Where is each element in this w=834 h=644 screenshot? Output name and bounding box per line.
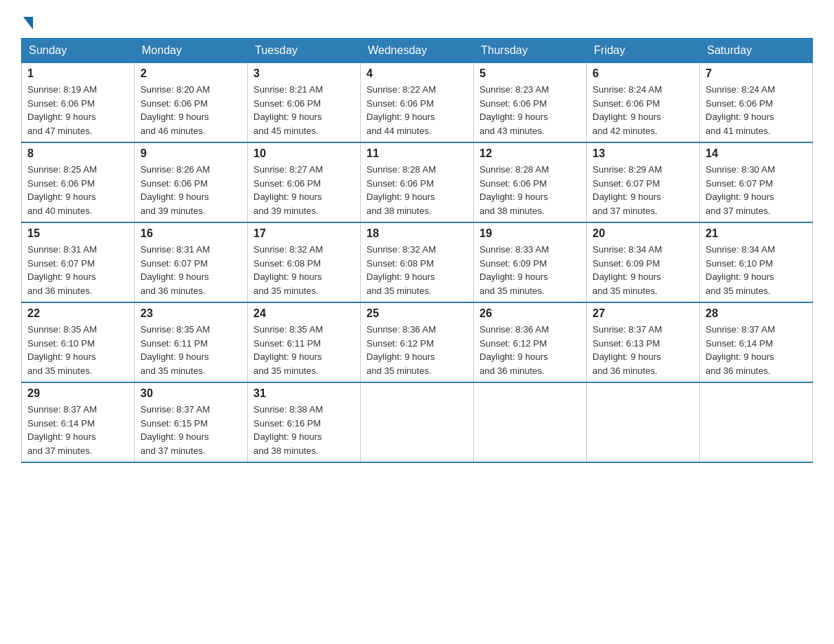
day-info: Sunrise: 8:37 AM Sunset: 6:15 PM Dayligh… — [140, 403, 241, 457]
week-row-5: 29 Sunrise: 8:37 AM Sunset: 6:14 PM Dayl… — [22, 382, 813, 462]
day-number: 17 — [253, 227, 355, 240]
calendar-header-row: SundayMondayTuesdayWednesdayThursdayFrid… — [22, 39, 813, 63]
day-info: Sunrise: 8:31 AM Sunset: 6:07 PM Dayligh… — [140, 243, 241, 297]
day-number: 20 — [593, 227, 694, 240]
page-header — [21, 14, 813, 27]
col-header-friday: Friday — [587, 39, 700, 63]
day-info: Sunrise: 8:24 AM Sunset: 6:06 PM Dayligh… — [593, 83, 694, 137]
day-info: Sunrise: 8:28 AM Sunset: 6:06 PM Dayligh… — [366, 163, 468, 217]
day-info: Sunrise: 8:35 AM Sunset: 6:10 PM Dayligh… — [27, 323, 128, 377]
col-header-monday: Monday — [135, 39, 248, 63]
day-number: 16 — [140, 227, 241, 240]
calendar-cell: 27 Sunrise: 8:37 AM Sunset: 6:13 PM Dayl… — [587, 302, 700, 382]
day-number: 28 — [706, 307, 807, 320]
day-number: 31 — [253, 387, 355, 400]
calendar-cell: 12 Sunrise: 8:28 AM Sunset: 6:06 PM Dayl… — [474, 142, 587, 222]
week-row-3: 15 Sunrise: 8:31 AM Sunset: 6:07 PM Dayl… — [22, 222, 813, 302]
calendar-cell: 14 Sunrise: 8:30 AM Sunset: 6:07 PM Dayl… — [700, 142, 813, 222]
col-header-saturday: Saturday — [700, 39, 813, 63]
col-header-tuesday: Tuesday — [248, 39, 361, 63]
calendar-cell — [700, 382, 813, 462]
calendar-cell: 26 Sunrise: 8:36 AM Sunset: 6:12 PM Dayl… — [474, 302, 587, 382]
day-info: Sunrise: 8:30 AM Sunset: 6:07 PM Dayligh… — [706, 163, 807, 217]
day-number: 7 — [706, 67, 807, 80]
calendar-table: SundayMondayTuesdayWednesdayThursdayFrid… — [21, 38, 813, 463]
day-info: Sunrise: 8:36 AM Sunset: 6:12 PM Dayligh… — [366, 323, 468, 377]
day-number: 21 — [706, 227, 807, 240]
day-info: Sunrise: 8:27 AM Sunset: 6:06 PM Dayligh… — [253, 163, 355, 217]
calendar-cell: 22 Sunrise: 8:35 AM Sunset: 6:10 PM Dayl… — [22, 302, 135, 382]
day-number: 6 — [593, 67, 694, 80]
day-info: Sunrise: 8:23 AM Sunset: 6:06 PM Dayligh… — [479, 83, 581, 137]
calendar-cell: 20 Sunrise: 8:34 AM Sunset: 6:09 PM Dayl… — [587, 222, 700, 302]
day-info: Sunrise: 8:26 AM Sunset: 6:06 PM Dayligh… — [140, 163, 241, 217]
day-number: 4 — [366, 67, 468, 80]
calendar-cell: 29 Sunrise: 8:37 AM Sunset: 6:14 PM Dayl… — [22, 382, 135, 462]
col-header-sunday: Sunday — [22, 39, 135, 63]
calendar-cell: 11 Sunrise: 8:28 AM Sunset: 6:06 PM Dayl… — [361, 142, 474, 222]
calendar-cell: 23 Sunrise: 8:35 AM Sunset: 6:11 PM Dayl… — [135, 302, 248, 382]
day-info: Sunrise: 8:36 AM Sunset: 6:12 PM Dayligh… — [479, 323, 581, 377]
day-number: 2 — [140, 67, 241, 80]
calendar-cell: 17 Sunrise: 8:32 AM Sunset: 6:08 PM Dayl… — [248, 222, 361, 302]
day-info: Sunrise: 8:29 AM Sunset: 6:07 PM Dayligh… — [593, 163, 694, 217]
day-info: Sunrise: 8:22 AM Sunset: 6:06 PM Dayligh… — [366, 83, 468, 137]
calendar-cell: 19 Sunrise: 8:33 AM Sunset: 6:09 PM Dayl… — [474, 222, 587, 302]
day-info: Sunrise: 8:37 AM Sunset: 6:14 PM Dayligh… — [706, 323, 807, 377]
calendar-cell: 7 Sunrise: 8:24 AM Sunset: 6:06 PM Dayli… — [700, 63, 813, 143]
day-info: Sunrise: 8:32 AM Sunset: 6:08 PM Dayligh… — [366, 243, 468, 297]
week-row-2: 8 Sunrise: 8:25 AM Sunset: 6:06 PM Dayli… — [22, 142, 813, 222]
calendar-cell: 25 Sunrise: 8:36 AM Sunset: 6:12 PM Dayl… — [361, 302, 474, 382]
calendar-cell: 18 Sunrise: 8:32 AM Sunset: 6:08 PM Dayl… — [361, 222, 474, 302]
calendar-cell: 28 Sunrise: 8:37 AM Sunset: 6:14 PM Dayl… — [700, 302, 813, 382]
calendar-cell: 15 Sunrise: 8:31 AM Sunset: 6:07 PM Dayl… — [22, 222, 135, 302]
calendar-cell: 4 Sunrise: 8:22 AM Sunset: 6:06 PM Dayli… — [361, 63, 474, 143]
day-number: 19 — [479, 227, 581, 240]
day-info: Sunrise: 8:38 AM Sunset: 6:16 PM Dayligh… — [253, 403, 355, 457]
day-number: 1 — [27, 67, 128, 80]
calendar-cell — [474, 382, 587, 462]
calendar-cell: 21 Sunrise: 8:34 AM Sunset: 6:10 PM Dayl… — [700, 222, 813, 302]
day-number: 30 — [140, 387, 241, 400]
col-header-wednesday: Wednesday — [361, 39, 474, 63]
day-number: 12 — [479, 147, 581, 160]
calendar-cell: 9 Sunrise: 8:26 AM Sunset: 6:06 PM Dayli… — [135, 142, 248, 222]
week-row-4: 22 Sunrise: 8:35 AM Sunset: 6:10 PM Dayl… — [22, 302, 813, 382]
day-info: Sunrise: 8:21 AM Sunset: 6:06 PM Dayligh… — [253, 83, 355, 137]
calendar-cell: 2 Sunrise: 8:20 AM Sunset: 6:06 PM Dayli… — [135, 63, 248, 143]
day-number: 26 — [479, 307, 581, 320]
day-number: 29 — [27, 387, 128, 400]
calendar-cell: 5 Sunrise: 8:23 AM Sunset: 6:06 PM Dayli… — [474, 63, 587, 143]
day-number: 9 — [140, 147, 241, 160]
calendar-cell: 6 Sunrise: 8:24 AM Sunset: 6:06 PM Dayli… — [587, 63, 700, 143]
day-info: Sunrise: 8:35 AM Sunset: 6:11 PM Dayligh… — [140, 323, 241, 377]
day-info: Sunrise: 8:35 AM Sunset: 6:11 PM Dayligh… — [253, 323, 355, 377]
logo — [21, 14, 33, 27]
day-number: 3 — [253, 67, 355, 80]
day-info: Sunrise: 8:33 AM Sunset: 6:09 PM Dayligh… — [479, 243, 581, 297]
day-number: 8 — [27, 147, 128, 160]
day-info: Sunrise: 8:31 AM Sunset: 6:07 PM Dayligh… — [27, 243, 128, 297]
col-header-thursday: Thursday — [474, 39, 587, 63]
day-number: 15 — [27, 227, 128, 240]
day-number: 14 — [706, 147, 807, 160]
calendar-cell: 30 Sunrise: 8:37 AM Sunset: 6:15 PM Dayl… — [135, 382, 248, 462]
day-number: 23 — [140, 307, 241, 320]
day-info: Sunrise: 8:32 AM Sunset: 6:08 PM Dayligh… — [253, 243, 355, 297]
week-row-1: 1 Sunrise: 8:19 AM Sunset: 6:06 PM Dayli… — [22, 63, 813, 143]
day-number: 13 — [593, 147, 694, 160]
calendar-cell: 10 Sunrise: 8:27 AM Sunset: 6:06 PM Dayl… — [248, 142, 361, 222]
day-info: Sunrise: 8:28 AM Sunset: 6:06 PM Dayligh… — [479, 163, 581, 217]
calendar-cell: 8 Sunrise: 8:25 AM Sunset: 6:06 PM Dayli… — [22, 142, 135, 222]
calendar-cell: 13 Sunrise: 8:29 AM Sunset: 6:07 PM Dayl… — [587, 142, 700, 222]
day-number: 11 — [366, 147, 468, 160]
day-info: Sunrise: 8:20 AM Sunset: 6:06 PM Dayligh… — [140, 83, 241, 137]
day-info: Sunrise: 8:19 AM Sunset: 6:06 PM Dayligh… — [27, 83, 128, 137]
day-number: 5 — [479, 67, 581, 80]
calendar-cell: 24 Sunrise: 8:35 AM Sunset: 6:11 PM Dayl… — [248, 302, 361, 382]
day-info: Sunrise: 8:25 AM Sunset: 6:06 PM Dayligh… — [27, 163, 128, 217]
calendar-cell — [361, 382, 474, 462]
day-number: 10 — [253, 147, 355, 160]
calendar-cell: 1 Sunrise: 8:19 AM Sunset: 6:06 PM Dayli… — [22, 63, 135, 143]
day-number: 27 — [593, 307, 694, 320]
